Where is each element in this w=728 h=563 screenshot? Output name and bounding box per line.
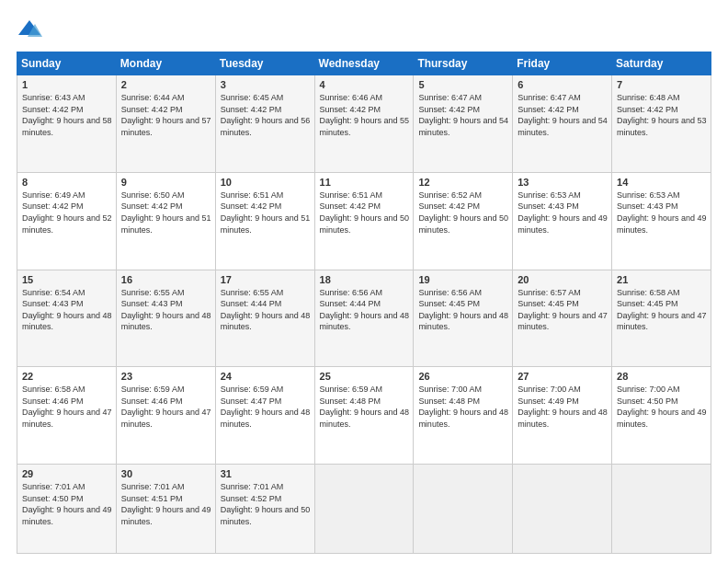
col-header-sunday: Sunday — [17, 52, 117, 75]
day-number: 11 — [320, 177, 410, 188]
logo — [17, 17, 46, 42]
calendar-cell: 18Sunrise: 6:56 AMSunset: 4:44 PMDayligh… — [314, 270, 414, 367]
day-info: Sunrise: 6:55 AMSunset: 4:43 PMDaylight:… — [121, 288, 211, 332]
day-number: 4 — [320, 79, 410, 90]
page: SundayMondayTuesdayWednesdayThursdayFrid… — [0, 0, 728, 563]
day-info: Sunrise: 6:45 AMSunset: 4:42 PMDaylight:… — [221, 93, 311, 137]
day-info: Sunrise: 6:51 AMSunset: 4:42 PMDaylight:… — [320, 190, 410, 235]
day-info: Sunrise: 7:00 AMSunset: 4:48 PMDaylight:… — [418, 385, 508, 429]
calendar-table: SundayMondayTuesdayWednesdayThursdayFrid… — [17, 52, 711, 554]
day-info: Sunrise: 7:01 AMSunset: 4:50 PMDaylight:… — [22, 482, 112, 526]
day-number: 1 — [22, 79, 112, 90]
day-info: Sunrise: 6:58 AMSunset: 4:46 PMDaylight:… — [22, 385, 112, 429]
logo-icon — [17, 17, 42, 42]
day-number: 27 — [518, 371, 608, 382]
day-info: Sunrise: 6:56 AMSunset: 4:44 PMDaylight:… — [320, 288, 410, 332]
calendar-cell: 15Sunrise: 6:54 AMSunset: 4:43 PMDayligh… — [17, 270, 117, 367]
day-number: 15 — [22, 274, 112, 285]
calendar-cell: 27Sunrise: 7:00 AMSunset: 4:49 PMDayligh… — [513, 367, 612, 465]
day-info: Sunrise: 6:51 AMSunset: 4:42 PMDaylight:… — [221, 190, 311, 235]
calendar-cell: 29Sunrise: 7:01 AMSunset: 4:50 PMDayligh… — [17, 465, 117, 554]
day-number: 21 — [617, 274, 707, 285]
day-info: Sunrise: 6:57 AMSunset: 4:45 PMDaylight:… — [518, 288, 608, 332]
day-number: 17 — [221, 274, 311, 285]
day-info: Sunrise: 6:47 AMSunset: 4:42 PMDaylight:… — [518, 93, 608, 137]
day-info: Sunrise: 6:59 AMSunset: 4:46 PMDaylight:… — [121, 385, 211, 429]
day-info: Sunrise: 6:52 AMSunset: 4:42 PMDaylight:… — [418, 190, 508, 235]
day-info: Sunrise: 6:50 AMSunset: 4:42 PMDaylight:… — [121, 190, 211, 235]
col-header-wednesday: Wednesday — [314, 52, 414, 75]
day-number: 18 — [320, 274, 410, 285]
calendar-cell: 14Sunrise: 6:53 AMSunset: 4:43 PMDayligh… — [612, 172, 711, 270]
calendar-cell — [414, 465, 513, 554]
calendar-cell: 23Sunrise: 6:59 AMSunset: 4:46 PMDayligh… — [116, 367, 215, 465]
calendar-cell: 10Sunrise: 6:51 AMSunset: 4:42 PMDayligh… — [215, 172, 314, 270]
day-number: 8 — [22, 177, 112, 188]
day-number: 14 — [617, 177, 707, 188]
day-number: 9 — [121, 177, 211, 188]
day-number: 5 — [418, 79, 508, 90]
day-number: 31 — [221, 468, 311, 479]
day-number: 26 — [418, 371, 508, 382]
day-number: 24 — [221, 371, 311, 382]
calendar-cell: 6Sunrise: 6:47 AMSunset: 4:42 PMDaylight… — [513, 75, 612, 173]
day-number: 20 — [518, 274, 608, 285]
calendar-cell — [513, 465, 612, 554]
calendar-cell: 8Sunrise: 6:49 AMSunset: 4:42 PMDaylight… — [17, 172, 117, 270]
calendar-cell: 26Sunrise: 7:00 AMSunset: 4:48 PMDayligh… — [414, 367, 513, 465]
day-info: Sunrise: 6:44 AMSunset: 4:42 PMDaylight:… — [121, 93, 211, 137]
day-number: 3 — [221, 79, 311, 90]
calendar-cell: 1Sunrise: 6:43 AMSunset: 4:42 PMDaylight… — [17, 75, 117, 173]
calendar-cell: 25Sunrise: 6:59 AMSunset: 4:48 PMDayligh… — [314, 367, 414, 465]
day-info: Sunrise: 6:54 AMSunset: 4:43 PMDaylight:… — [22, 288, 112, 332]
day-number: 19 — [418, 274, 508, 285]
calendar-cell: 9Sunrise: 6:50 AMSunset: 4:42 PMDaylight… — [116, 172, 215, 270]
col-header-friday: Friday — [513, 52, 612, 75]
calendar-cell — [314, 465, 414, 554]
calendar-cell: 11Sunrise: 6:51 AMSunset: 4:42 PMDayligh… — [314, 172, 414, 270]
calendar-cell: 3Sunrise: 6:45 AMSunset: 4:42 PMDaylight… — [215, 75, 314, 173]
calendar-cell: 17Sunrise: 6:55 AMSunset: 4:44 PMDayligh… — [215, 270, 314, 367]
day-info: Sunrise: 7:00 AMSunset: 4:50 PMDaylight:… — [617, 385, 707, 429]
calendar-cell: 5Sunrise: 6:47 AMSunset: 4:42 PMDaylight… — [414, 75, 513, 173]
col-header-monday: Monday — [116, 52, 215, 75]
calendar-cell: 4Sunrise: 6:46 AMSunset: 4:42 PMDaylight… — [314, 75, 414, 173]
calendar-cell: 13Sunrise: 6:53 AMSunset: 4:43 PMDayligh… — [513, 172, 612, 270]
day-number: 7 — [617, 79, 707, 90]
calendar-cell: 20Sunrise: 6:57 AMSunset: 4:45 PMDayligh… — [513, 270, 612, 367]
day-number: 2 — [121, 79, 211, 90]
day-number: 16 — [121, 274, 211, 285]
day-number: 29 — [22, 468, 112, 479]
calendar-cell — [612, 465, 711, 554]
col-header-tuesday: Tuesday — [215, 52, 314, 75]
day-info: Sunrise: 6:55 AMSunset: 4:44 PMDaylight:… — [221, 288, 311, 332]
day-info: Sunrise: 7:01 AMSunset: 4:51 PMDaylight:… — [121, 482, 211, 526]
calendar-cell: 16Sunrise: 6:55 AMSunset: 4:43 PMDayligh… — [116, 270, 215, 367]
header — [17, 17, 711, 42]
day-info: Sunrise: 6:46 AMSunset: 4:42 PMDaylight:… — [320, 93, 410, 137]
day-number: 10 — [221, 177, 311, 188]
day-info: Sunrise: 6:58 AMSunset: 4:45 PMDaylight:… — [617, 288, 707, 332]
day-number: 30 — [121, 468, 211, 479]
day-number: 22 — [22, 371, 112, 382]
day-number: 28 — [617, 371, 707, 382]
calendar-cell: 24Sunrise: 6:59 AMSunset: 4:47 PMDayligh… — [215, 367, 314, 465]
col-header-saturday: Saturday — [612, 52, 711, 75]
day-info: Sunrise: 6:43 AMSunset: 4:42 PMDaylight:… — [22, 93, 112, 137]
day-info: Sunrise: 6:48 AMSunset: 4:42 PMDaylight:… — [617, 93, 707, 137]
calendar-cell: 12Sunrise: 6:52 AMSunset: 4:42 PMDayligh… — [414, 172, 513, 270]
day-info: Sunrise: 7:00 AMSunset: 4:49 PMDaylight:… — [518, 385, 608, 429]
day-number: 12 — [418, 177, 508, 188]
day-info: Sunrise: 7:01 AMSunset: 4:52 PMDaylight:… — [221, 482, 311, 526]
calendar-cell: 7Sunrise: 6:48 AMSunset: 4:42 PMDaylight… — [612, 75, 711, 173]
day-info: Sunrise: 6:59 AMSunset: 4:47 PMDaylight:… — [221, 385, 311, 429]
calendar-cell: 2Sunrise: 6:44 AMSunset: 4:42 PMDaylight… — [116, 75, 215, 173]
day-number: 23 — [121, 371, 211, 382]
calendar-cell: 28Sunrise: 7:00 AMSunset: 4:50 PMDayligh… — [612, 367, 711, 465]
day-number: 6 — [518, 79, 608, 90]
calendar-cell: 21Sunrise: 6:58 AMSunset: 4:45 PMDayligh… — [612, 270, 711, 367]
day-info: Sunrise: 6:53 AMSunset: 4:43 PMDaylight:… — [518, 190, 608, 235]
calendar-header-row: SundayMondayTuesdayWednesdayThursdayFrid… — [17, 52, 711, 75]
day-info: Sunrise: 6:53 AMSunset: 4:43 PMDaylight:… — [617, 190, 707, 235]
day-number: 13 — [518, 177, 608, 188]
